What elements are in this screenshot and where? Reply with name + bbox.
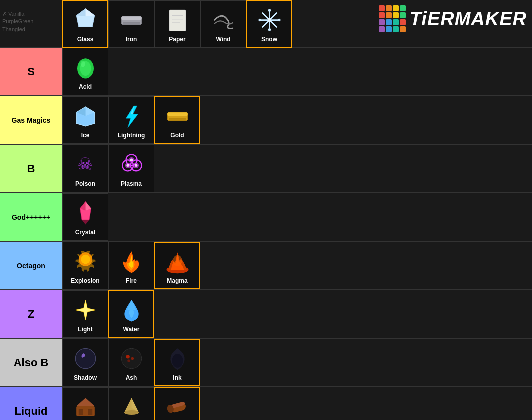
- watermark-line1: ✗ Vanilla: [2, 10, 34, 18]
- svg-point-21: [80, 61, 85, 67]
- acid-icon: [71, 53, 100, 82]
- svg-marker-57: [76, 398, 95, 406]
- tier-label-z: Z: [0, 290, 62, 338]
- tier-label-alsob: Also B: [0, 339, 62, 386]
- tier-item-gold[interactable]: Gold: [154, 96, 200, 144]
- water-label: Water: [124, 326, 140, 333]
- tier-row-b: B☠PoisonPlasma: [0, 145, 532, 193]
- svg-rect-6: [170, 10, 186, 31]
- poison-label: Poison: [76, 180, 96, 187]
- crystal-icon: [71, 199, 100, 228]
- tier-item-sand[interactable]: Sand: [108, 387, 154, 420]
- tier-table: GlassIronPaperWind Snow SAcidGas MagicsI…: [0, 0, 532, 420]
- tier-item-water[interactable]: Water: [108, 290, 154, 338]
- svg-point-39: [130, 159, 133, 162]
- logo-dot: [393, 26, 399, 32]
- tier-item-crystal[interactable]: Crystal: [62, 193, 108, 241]
- tier-item-ice[interactable]: Ice: [62, 96, 108, 144]
- tier-label-liquid: Liquid: [0, 387, 62, 420]
- logo-text: TiERMAKER: [410, 8, 527, 30]
- fire-icon: [117, 247, 146, 276]
- tier-item-magma[interactable]: Magma: [154, 242, 200, 289]
- tier-empty-area-b: [298, 145, 532, 192]
- svg-point-14: [268, 18, 271, 22]
- logo-dot: [393, 19, 399, 25]
- lightning-icon: [117, 102, 146, 131]
- snow-label: Snow: [262, 36, 278, 43]
- ice-icon: [71, 102, 100, 131]
- svg-point-50: [76, 348, 96, 368]
- svg-point-53: [131, 357, 134, 360]
- tier-label-b: B: [0, 145, 62, 192]
- tier-item-shadow[interactable]: Shadow: [62, 339, 108, 386]
- earth-icon: [71, 393, 100, 421]
- tier-empty-area-z: [298, 290, 532, 338]
- svg-point-47: [173, 255, 182, 266]
- logo-grid: [379, 5, 406, 32]
- gold-icon: [163, 102, 192, 131]
- wind-icon: [209, 6, 238, 35]
- glass-icon: [71, 6, 100, 35]
- plasma-icon: [117, 150, 146, 179]
- tier-items-gas: IceLightningGold: [62, 96, 298, 144]
- poison-icon: ☠: [71, 150, 100, 179]
- tier-item-explosion[interactable]: Explosion: [62, 242, 108, 289]
- tier-item-acid[interactable]: Acid: [62, 48, 108, 95]
- shadow-label: Shadow: [74, 374, 97, 381]
- svg-marker-25: [126, 106, 138, 127]
- svg-point-55: [172, 354, 183, 368]
- magma-label: Magma: [167, 277, 188, 284]
- sand-icon: [117, 393, 146, 421]
- header-items: GlassIronPaperWind Snow: [62, 0, 298, 47]
- logo-dot: [400, 5, 406, 11]
- svg-marker-43: [82, 220, 90, 224]
- tier-label-octagon: Octagon: [0, 242, 62, 289]
- svg-rect-5: [124, 22, 140, 24]
- wind-label: Wind: [216, 36, 230, 43]
- tier-item-light[interactable]: Light: [62, 290, 108, 338]
- tier-items-liquid: EarthSandWood: [62, 387, 298, 420]
- tier-label-gas: Gas Magics: [0, 96, 62, 144]
- fire-label: Fire: [126, 277, 137, 284]
- header-item-glass[interactable]: Glass: [62, 0, 108, 48]
- watermark-line2: PurpleGreen: [2, 18, 34, 25]
- tier-empty-area-gas: [298, 96, 532, 144]
- svg-point-18: [278, 19, 281, 22]
- tier-rows-container: SAcidGas MagicsIceLightningGoldB☠PoisonP…: [0, 48, 532, 420]
- iron-icon: [117, 6, 146, 35]
- header-item-iron[interactable]: Iron: [108, 0, 154, 48]
- tier-row-liquid: LiquidEarthSandWood: [0, 387, 532, 420]
- tier-items-god: Crystal: [62, 193, 298, 241]
- tier-item-fire[interactable]: Fire: [108, 242, 154, 289]
- header-item-paper[interactable]: Paper: [154, 0, 200, 48]
- tier-item-lightning[interactable]: Lightning: [108, 96, 154, 144]
- logo-dot: [393, 12, 399, 18]
- ash-icon: [117, 344, 146, 373]
- acid-label: Acid: [79, 83, 92, 90]
- tier-item-ink[interactable]: Ink: [154, 339, 200, 386]
- logo-dot: [379, 26, 385, 32]
- tier-item-plasma[interactable]: Plasma: [108, 145, 154, 192]
- tier-empty-area-s: [298, 48, 532, 95]
- svg-rect-4: [122, 16, 142, 20]
- tier-row-z: ZLightWater: [0, 290, 532, 339]
- tier-item-wood[interactable]: Wood: [154, 387, 200, 420]
- svg-rect-29: [170, 118, 186, 120]
- water-icon: [117, 296, 146, 325]
- logo-dot: [386, 12, 392, 18]
- light-icon: [71, 296, 100, 325]
- tier-item-poison[interactable]: ☠Poison: [62, 145, 108, 192]
- shadow-icon: [71, 344, 100, 373]
- logo-dot: [400, 19, 406, 25]
- tier-item-earth[interactable]: Earth: [62, 387, 108, 420]
- glass-label: Glass: [78, 36, 94, 43]
- header-item-wind[interactable]: Wind: [200, 0, 246, 48]
- svg-marker-49: [76, 300, 96, 320]
- tier-items-b: ☠PoisonPlasma: [62, 145, 298, 192]
- header-item-snow[interactable]: Snow: [246, 0, 292, 48]
- tier-row-alsob: Also BShadowAshInk: [0, 339, 532, 387]
- crystal-label: Crystal: [76, 229, 96, 236]
- logo-dot: [400, 26, 406, 32]
- tier-item-ash[interactable]: Ash: [108, 339, 154, 386]
- watermark: ✗ Vanilla PurpleGreen Thangled: [2, 10, 34, 33]
